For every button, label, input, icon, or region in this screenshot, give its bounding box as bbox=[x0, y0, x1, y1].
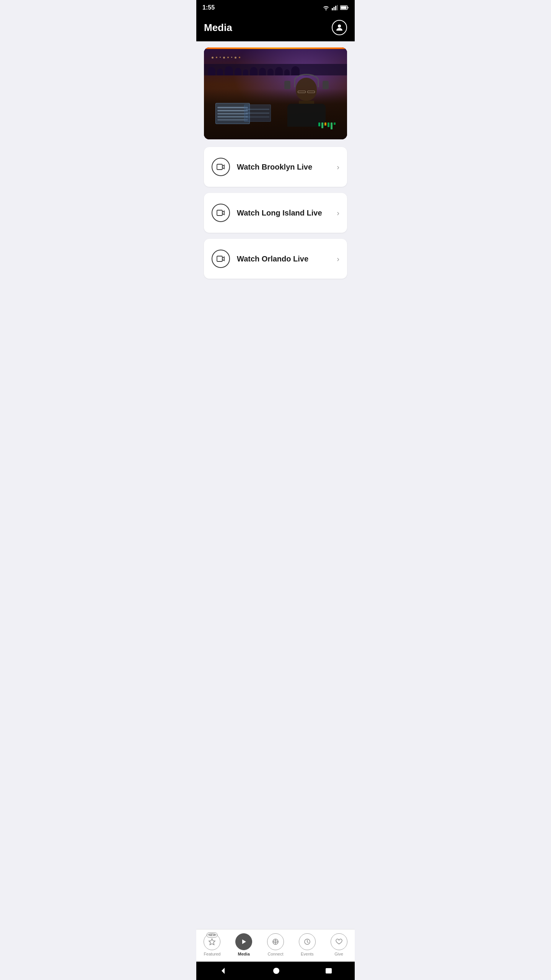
menu-card-long-island[interactable]: Watch Long Island Live › bbox=[204, 193, 347, 233]
menu-card-brooklyn[interactable]: Watch Brooklyn Live › bbox=[204, 147, 347, 187]
svg-rect-10 bbox=[217, 256, 222, 261]
svg-rect-5 bbox=[341, 7, 347, 9]
watch-orlando-live-item[interactable]: Watch Orlando Live › bbox=[204, 239, 347, 279]
long-island-label: Watch Long Island Live bbox=[237, 209, 337, 217]
wifi-icon bbox=[323, 5, 329, 10]
status-icons bbox=[323, 5, 349, 10]
page-title: Media bbox=[204, 22, 232, 34]
profile-button[interactable] bbox=[332, 20, 347, 35]
watch-long-island-live-item[interactable]: Watch Long Island Live › bbox=[204, 193, 347, 233]
chevron-right-orlando: › bbox=[337, 255, 339, 263]
status-time: 1:55 bbox=[202, 4, 215, 11]
chevron-right-long-island: › bbox=[337, 209, 339, 217]
battery-icon bbox=[340, 5, 349, 10]
main-content: Watch Brooklyn Live › Watch Long Island … bbox=[196, 41, 355, 315]
signal-icon bbox=[332, 5, 338, 10]
hero-image bbox=[204, 47, 347, 139]
svg-rect-3 bbox=[337, 5, 338, 10]
watch-brooklyn-live-item[interactable]: Watch Brooklyn Live › bbox=[204, 147, 347, 187]
svg-rect-6 bbox=[348, 7, 349, 8]
svg-rect-9 bbox=[217, 210, 222, 216]
svg-rect-2 bbox=[335, 6, 336, 10]
hero-card[interactable] bbox=[204, 47, 347, 139]
chevron-right-brooklyn: › bbox=[337, 163, 339, 172]
menu-card-orlando[interactable]: Watch Orlando Live › bbox=[204, 239, 347, 279]
video-icon-orlando bbox=[212, 250, 230, 268]
status-bar: 1:55 bbox=[196, 0, 355, 15]
video-icon-brooklyn bbox=[212, 158, 230, 176]
brooklyn-label: Watch Brooklyn Live bbox=[237, 163, 337, 172]
svg-rect-0 bbox=[332, 8, 333, 10]
hero-top-border bbox=[204, 47, 347, 49]
svg-rect-8 bbox=[217, 164, 222, 170]
svg-rect-1 bbox=[334, 7, 335, 10]
video-icon-long-island bbox=[212, 204, 230, 222]
orlando-label: Watch Orlando Live bbox=[237, 255, 337, 263]
app-header: Media bbox=[196, 15, 355, 41]
svg-point-7 bbox=[338, 24, 341, 28]
